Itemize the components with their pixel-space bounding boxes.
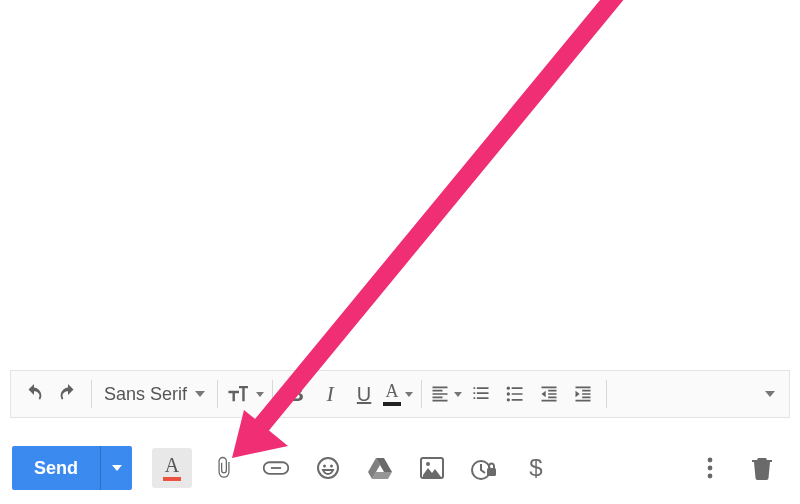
send-split-button: Send xyxy=(12,446,132,490)
align-button[interactable] xyxy=(430,376,462,412)
compose-body[interactable] xyxy=(10,0,790,350)
separator xyxy=(91,380,92,408)
caret-down-icon xyxy=(405,392,413,397)
bold-button[interactable]: B xyxy=(281,376,311,412)
separator xyxy=(217,380,218,408)
confidential-mode-button[interactable] xyxy=(464,448,504,488)
indent-more-button[interactable] xyxy=(568,376,598,412)
separator xyxy=(606,380,607,408)
discard-draft-button[interactable] xyxy=(742,448,782,488)
undo-button[interactable] xyxy=(19,376,49,412)
toggle-formatting-button[interactable]: A xyxy=(152,448,192,488)
insert-link-button[interactable] xyxy=(256,448,296,488)
caret-down-icon xyxy=(256,392,264,397)
svg-point-0 xyxy=(507,387,510,390)
text-color-button[interactable]: A xyxy=(383,376,413,412)
separator xyxy=(272,380,273,408)
send-money-button[interactable]: $ xyxy=(516,448,556,488)
svg-point-7 xyxy=(330,465,333,468)
svg-point-14 xyxy=(708,474,713,479)
indent-less-button[interactable] xyxy=(534,376,564,412)
more-options-button[interactable] xyxy=(690,448,730,488)
insert-drive-button[interactable] xyxy=(360,448,400,488)
svg-point-1 xyxy=(507,392,510,395)
svg-point-6 xyxy=(323,465,326,468)
italic-button[interactable]: I xyxy=(315,376,345,412)
caret-down-icon xyxy=(454,392,462,397)
send-label: Send xyxy=(34,458,78,479)
svg-point-13 xyxy=(708,466,713,471)
caret-down-icon xyxy=(195,391,205,397)
caret-down-icon xyxy=(765,391,775,397)
send-more-button[interactable] xyxy=(100,446,132,490)
font-family-label: Sans Serif xyxy=(104,384,187,405)
svg-point-2 xyxy=(507,398,510,401)
svg-point-12 xyxy=(708,458,713,463)
send-button[interactable]: Send xyxy=(12,446,100,490)
svg-rect-11 xyxy=(487,468,496,476)
bulleted-list-button[interactable] xyxy=(500,376,530,412)
attach-file-button[interactable] xyxy=(204,448,244,488)
svg-point-9 xyxy=(426,462,430,466)
font-size-button[interactable] xyxy=(226,376,264,412)
compose-action-bar: Send A $ xyxy=(10,440,790,496)
caret-down-icon xyxy=(112,465,122,471)
underline-button[interactable]: U xyxy=(349,376,379,412)
insert-emoji-button[interactable] xyxy=(308,448,348,488)
insert-photo-button[interactable] xyxy=(412,448,452,488)
redo-button[interactable] xyxy=(53,376,83,412)
numbered-list-button[interactable] xyxy=(466,376,496,412)
formatting-toolbar: Sans Serif B I U A xyxy=(10,370,790,418)
separator xyxy=(421,380,422,408)
font-family-picker[interactable]: Sans Serif xyxy=(98,376,211,412)
formatting-more-button[interactable] xyxy=(751,376,781,412)
